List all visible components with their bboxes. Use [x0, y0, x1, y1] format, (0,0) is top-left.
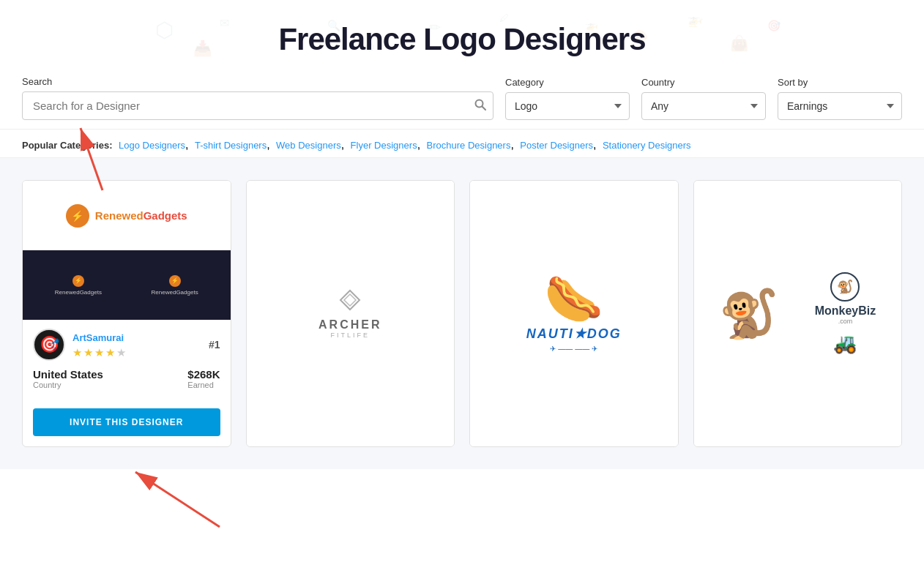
card-portfolio-3: 🌭 NAUTI★DOG ✈ —— —— ✈: [470, 181, 678, 446]
dark-card-left: ⚡ RenewedGadgets: [55, 275, 102, 296]
tank-icon: 🚜: [833, 332, 857, 355]
header-section: ⬡ 📥 ✉ ✂ 🔍 ⚙ ✏ 🖊 ✏ 🚁 🎨 🚁 👜 🎯 Freelance Lo…: [0, 0, 924, 64]
monkey-biz-name: MonkeyBiz: [815, 304, 876, 318]
nauti-wing-right: —— ✈: [575, 345, 597, 353]
search-input-wrap: [22, 91, 493, 120]
dark-card-icon: ⚡: [72, 275, 84, 287]
category-label: Category: [505, 77, 630, 88]
popular-categories-links: Logo Designers, T-shirt Designers, Web D…: [116, 138, 691, 151]
designer-row-1: 🎯 ArtSamurai ★ ★ ★ ★ ★ #1: [33, 329, 220, 361]
cat-link-logo[interactable]: Logo Designers: [119, 140, 185, 151]
rg-name: RenewedGadgets: [95, 209, 187, 222]
archer-svg: [339, 289, 361, 311]
nauti-dog-wings: ✈ —— —— ✈: [550, 345, 597, 353]
svg-marker-20: [340, 291, 359, 310]
archer-sub-text: FITLIFE: [318, 332, 381, 339]
nauti-dog-brand-text: NAUTI★DOG: [526, 326, 622, 342]
cards-section: ⚡ RenewedGadgets ⚡ RenewedGadgets ⚡ Rene…: [0, 158, 924, 469]
designer-card-4: 🐒 🐒 MonkeyBiz .com 🚜 🚀 ArtTank: [693, 180, 903, 447]
card-stats-1: United States Country $268K Earned: [33, 368, 220, 389]
svg-line-19: [483, 106, 486, 110]
star-1-4: ★: [105, 346, 115, 359]
monkey-character: 🐒: [719, 290, 778, 337]
earned-stat-1: $268K Earned: [187, 368, 220, 389]
earned-label-1: Earned: [187, 381, 220, 389]
monkey-biz-branding: 🐒 MonkeyBiz .com 🚜: [815, 272, 876, 355]
nauti-wing-left: ✈ ——: [550, 345, 573, 353]
avatar-emoji-1: 🎯: [40, 335, 59, 354]
star-1-1: ★: [72, 346, 82, 359]
dark-card-icon-2: ⚡: [169, 275, 181, 287]
popular-categories-label: Popular Categories:: [22, 140, 113, 151]
renewed-gadgets-logo: ⚡ RenewedGadgets: [66, 204, 187, 228]
search-row: Search Category Logo Illustration Banner…: [22, 76, 902, 120]
card-info-4: 🚀 ArtTank ★ ★ ★ ★ ★ #4: [694, 446, 902, 447]
designer-card-3: 🌭 NAUTI★DOG ✈ —— —— ✈ ✋ Kreative Fingers…: [469, 180, 679, 447]
portfolio-top-1: ⚡ RenewedGadgets: [23, 181, 231, 250]
earned-value-1: $268K: [187, 368, 220, 381]
search-group: Search: [22, 76, 493, 120]
dark-card-text-1: RenewedGadgets: [55, 289, 102, 296]
sortby-filter-group: Sort by Earnings Rating Reviews: [778, 77, 902, 120]
invite-button-1[interactable]: INVITE THIS DESIGNER: [33, 408, 220, 436]
archer-artwork: ARCHER FITLIFE: [318, 289, 381, 339]
country-stat-1: United States Country: [33, 368, 103, 389]
cat-link-flyer[interactable]: Flyer Designers: [351, 140, 417, 151]
cat-link-poster[interactable]: Poster Designers: [520, 140, 593, 151]
country-select[interactable]: Any United States Chile India Philippine…: [641, 92, 766, 120]
sortby-select[interactable]: Earnings Rating Reviews: [778, 92, 902, 120]
card-portfolio-2: ARCHER FITLIFE: [247, 181, 455, 446]
archer-diamond-icon: [318, 289, 381, 315]
search-label: Search: [22, 76, 493, 87]
popular-categories-section: Popular Categories: Logo Designers, T-sh…: [0, 130, 924, 158]
card-info-3: ✋ Kreative Fingers ★ ★ ★ ★ ★ #3: [470, 446, 678, 447]
sortby-label: Sort by: [778, 77, 902, 88]
category-filter-group: Category Logo Illustration Banner Flyer: [505, 77, 630, 120]
star-1-5: ★: [116, 346, 126, 359]
rg-circle-icon: ⚡: [66, 204, 89, 228]
country-label-1: Country: [33, 381, 103, 389]
monkey-biz-com: .com: [838, 318, 853, 325]
designer-card-1: ⚡ RenewedGadgets ⚡ RenewedGadgets ⚡ Rene…: [22, 180, 231, 447]
avatar-1: 🎯: [33, 329, 65, 361]
search-input[interactable]: [22, 91, 493, 120]
cat-link-brochure[interactable]: Brochure Designers: [427, 140, 511, 151]
nauti-dog-mascot: 🌭: [544, 275, 603, 323]
cat-link-web[interactable]: Web Designers: [276, 140, 341, 151]
designer-name-1[interactable]: ArtSamurai: [72, 332, 124, 343]
category-select[interactable]: Logo Illustration Banner Flyer: [505, 92, 630, 120]
card-portfolio-4: 🐒 🐒 MonkeyBiz .com 🚜: [694, 181, 902, 446]
card-portfolio-1: ⚡ RenewedGadgets ⚡ RenewedGadgets ⚡ Rene…: [23, 181, 231, 320]
portfolio-artwork-1: ⚡ RenewedGadgets ⚡ RenewedGadgets ⚡ Rene…: [23, 181, 231, 320]
dark-card-right: ⚡ RenewedGadgets: [152, 275, 198, 296]
search-button[interactable]: [474, 99, 486, 113]
rank-1: #1: [209, 339, 220, 351]
country-filter-group: Country Any United States Chile India Ph…: [641, 77, 766, 120]
dark-card-text-2: RenewedGadgets: [152, 289, 198, 296]
portfolio-bottom-1: ⚡ RenewedGadgets ⚡ RenewedGadgets: [23, 250, 231, 320]
card-info-2: 🌟 GLDesigns ★ ★ ★ ★ ★ #2: [247, 446, 455, 447]
star-1-2: ★: [83, 346, 93, 359]
search-section: Search Category Logo Illustration Banner…: [0, 64, 924, 130]
page-title: Freelance Logo Designers: [15, 22, 909, 57]
monkey-biz-circle: 🐒: [830, 272, 860, 302]
svg-marker-21: [344, 294, 356, 306]
country-value-1: United States: [33, 368, 103, 381]
star-1-3: ★: [94, 346, 104, 359]
search-icon: [474, 99, 486, 111]
cards-grid: ⚡ RenewedGadgets ⚡ RenewedGadgets ⚡ Rene…: [22, 180, 902, 447]
cat-link-stationery[interactable]: Stationery Designers: [603, 140, 691, 151]
designer-details-1: ArtSamurai ★ ★ ★ ★ ★: [72, 331, 201, 359]
card-info-1: 🎯 ArtSamurai ★ ★ ★ ★ ★ #1: [23, 320, 231, 401]
stars-row-1: ★ ★ ★ ★ ★: [72, 346, 201, 359]
archer-brand-text: ARCHER: [318, 318, 381, 332]
cat-link-tshirt[interactable]: T-shirt Designers: [195, 140, 267, 151]
monkey-biz-logo-group: 🐒 MonkeyBiz .com: [815, 272, 876, 325]
country-label: Country: [641, 77, 766, 88]
designer-card-2: ARCHER FITLIFE 🌟 GLDesigns ★ ★ ★: [246, 180, 455, 447]
